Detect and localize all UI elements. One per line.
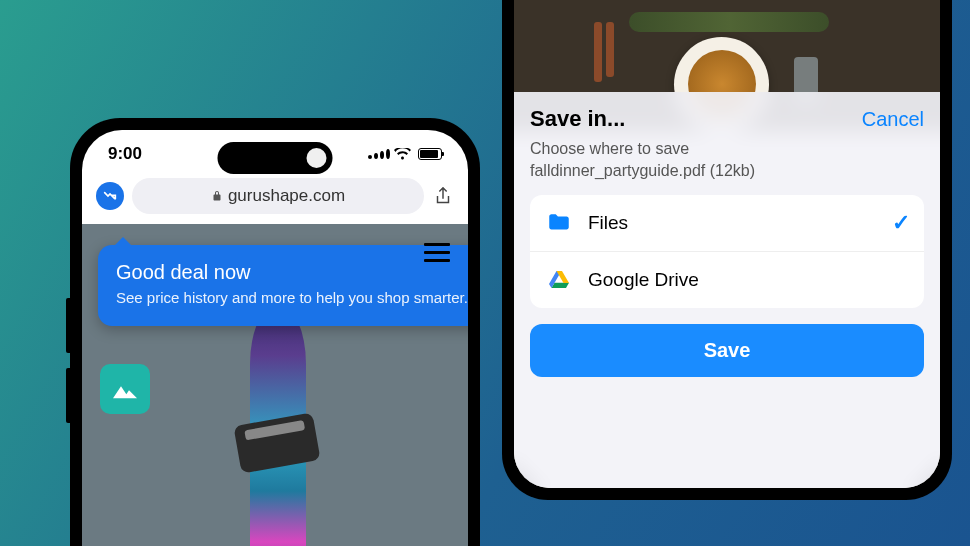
- phone-left-screen: 9:00 gurushape.com: [82, 130, 468, 546]
- address-bar-url: gurushape.com: [228, 186, 345, 206]
- option-label: Google Drive: [588, 269, 910, 291]
- wifi-icon: [394, 148, 411, 161]
- address-bar-row: gurushape.com: [82, 170, 468, 224]
- files-icon: [544, 208, 574, 238]
- sheet-subtitle-line1: Choose where to save: [530, 140, 689, 157]
- sheet-subtitle: Choose where to save falldinner_partygui…: [530, 138, 924, 181]
- phone-right-screen: Save in... Cancel Choose where to save f…: [514, 0, 940, 488]
- price-trend-badge-icon[interactable]: [96, 182, 124, 210]
- google-drive-icon: [544, 265, 574, 295]
- dynamic-island: [218, 142, 333, 174]
- save-option-google-drive[interactable]: Google Drive: [530, 251, 924, 308]
- hamburger-menu-icon[interactable]: [424, 238, 450, 267]
- save-location-list: Files ✓ Google Drive: [530, 195, 924, 308]
- sheet-subtitle-line2: falldinner_partyguide.pdf (12kb): [530, 162, 755, 179]
- status-time: 9:00: [108, 144, 142, 164]
- address-bar[interactable]: gurushape.com: [132, 178, 424, 214]
- status-icons: [368, 148, 442, 161]
- snowboard-binding: [233, 412, 320, 473]
- sheet-title: Save in...: [530, 106, 625, 132]
- battery-icon: [418, 148, 442, 160]
- cancel-button[interactable]: Cancel: [862, 108, 924, 131]
- save-option-files[interactable]: Files ✓: [530, 195, 924, 251]
- status-bar: 9:00: [82, 130, 468, 170]
- tooltip-body: See price history and more to help you s…: [116, 288, 468, 308]
- option-label: Files: [588, 212, 878, 234]
- signal-icon: [368, 149, 390, 159]
- brand-badge-icon[interactable]: [100, 364, 150, 414]
- save-sheet: Save in... Cancel Choose where to save f…: [514, 92, 940, 488]
- lock-icon: [211, 190, 223, 202]
- phone-mockup-right: Save in... Cancel Choose where to save f…: [502, 0, 952, 500]
- price-tooltip[interactable]: Good deal now See price history and more…: [98, 245, 468, 326]
- sheet-header: Save in... Cancel: [530, 106, 924, 132]
- checkmark-icon: ✓: [892, 210, 910, 236]
- phone-mockup-left: 9:00 gurushape.com: [70, 118, 480, 546]
- save-button[interactable]: Save: [530, 324, 924, 377]
- tooltip-title: Good deal now: [116, 261, 468, 284]
- share-icon[interactable]: [432, 185, 454, 207]
